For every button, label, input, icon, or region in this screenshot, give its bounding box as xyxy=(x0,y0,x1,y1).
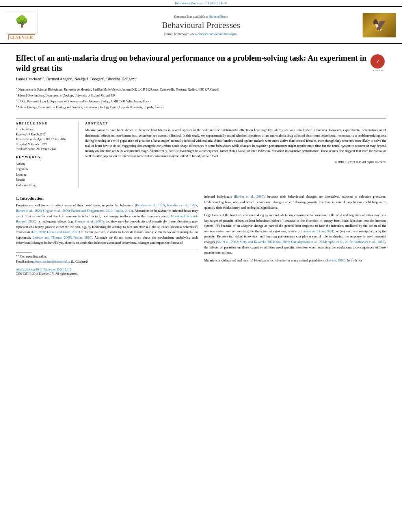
abstract-col: ABSTRACT Malaria parasites have been sho… xyxy=(85,122,386,188)
journal-title: Behavioural Processes xyxy=(43,20,359,30)
article-title: Effect of an anti-malaria drug on behavi… xyxy=(16,53,367,73)
copyright: © 2016 Elsevier B.V. All rights reserved… xyxy=(85,160,386,164)
email-link[interactable]: laure.cauchard@umontreal.ca xyxy=(35,260,71,263)
abstract-header: ABSTRACT xyxy=(85,122,386,125)
journal-center-info: Contents lists available at ScienceDirec… xyxy=(43,15,359,36)
article-info-abstract: ARTICLE INFO Article history: Received 1… xyxy=(16,118,386,188)
article-info-col: ARTICLE INFO Article history: Received 1… xyxy=(16,122,79,188)
keyword-activity: Activity xyxy=(16,161,74,167)
main-col-left: 1. Introduction Parasites are well known… xyxy=(16,194,198,277)
para-right-3: Malaria is a widespread and harmful bloo… xyxy=(204,258,386,263)
ref-levine[interactable]: Levine, 1988 xyxy=(327,258,344,262)
title-section: Effect of an anti-malaria drug on behavi… xyxy=(16,53,386,83)
affil-c: c CNRS, Université Lyon 1, Department of… xyxy=(16,98,386,104)
journal-citation: Behavioural Processes 133 (2016) 24–30 xyxy=(0,0,402,6)
history-header: Article history: xyxy=(16,128,74,132)
ref-kavaliers[interactable]: Kavaliers et al., 1995 xyxy=(167,203,197,207)
affil-d: d Animal Ecology, Department of Ecology … xyxy=(16,104,386,109)
contents-available: Contents lists available at ScienceDirec… xyxy=(43,15,359,19)
doi-link[interactable]: http://dx.doi.org/10.1016/j.beproc.2016.… xyxy=(16,268,71,271)
para-right-1: infected individuals (Barber et al., 200… xyxy=(204,194,386,210)
ref-cantal[interactable]: Cantalapiedra et al., 2014 xyxy=(291,240,326,244)
abstract-text: Malaria parasites have been shown to dec… xyxy=(85,128,386,159)
ref-barber-right[interactable]: Barber et al., 2000 xyxy=(235,195,263,198)
journal-cover-image xyxy=(363,13,396,37)
doi-line: http://dx.doi.org/10.1016/j.beproc.2016.… xyxy=(16,267,198,272)
ref-larson2001[interactable]: Larson and Dunn, 2001 xyxy=(47,230,79,234)
ref-larson-right[interactable]: Larson and Dunn, 2001 xyxy=(302,229,333,233)
author-cauchard: Laure Cauchard xyxy=(16,77,41,81)
ref-gegear[interactable]: Gegear et al., 2006 xyxy=(43,209,69,213)
ref-hermes[interactable]: Hermes et al., 2008 xyxy=(75,219,102,223)
author-boogert: Neeltje J. Boogert xyxy=(74,77,103,81)
crossmark-icon: ✓ xyxy=(370,54,385,69)
ref-sol2002[interactable]: Sol et al., 2002 xyxy=(217,240,238,244)
para1: Parasites are well known to affect many … xyxy=(16,203,198,246)
ref-kozlov[interactable]: Kozlovsky et al., 2015 xyxy=(354,240,384,244)
ref-sol2009[interactable]: Sol, 2009 xyxy=(276,240,289,244)
section1-title: 1. Introduction xyxy=(16,196,198,200)
footnote-email: E-mail address: laure.cauchard@umontreal… xyxy=(16,260,198,264)
homepage-link[interactable]: www.elsevier.com/locate/behavproc xyxy=(190,32,238,36)
affil-a: a Département de Sciences Biologiques, U… xyxy=(16,87,386,92)
ref-aplin[interactable]: Aplin et al., 2015 xyxy=(328,240,352,244)
footnote-corresponding: * * Corresponding author. xyxy=(16,254,198,259)
elsevier-logo: 🌳 ELSEVIER xyxy=(4,10,39,40)
main-col-right: infected individuals (Barber et al., 200… xyxy=(204,194,386,277)
keyword-learning: Learning xyxy=(16,172,74,178)
crossmark-badge[interactable]: ✓ CrossMark xyxy=(370,54,386,72)
available-date: Available online 29 October 2016 xyxy=(16,147,74,152)
ref-poulin2013[interactable]: Poulin, 2013 xyxy=(114,209,132,213)
accepted-date: Accepted 27 October 2016 xyxy=(16,143,74,147)
author-angers: Bernard Angers xyxy=(47,77,71,81)
ref-hart[interactable]: Hart, 1988 xyxy=(31,230,45,234)
keywords-header: Keywords: xyxy=(16,156,74,159)
keyword-parasite: Parasite xyxy=(16,177,74,183)
homepage-line: journal homepage: www.elsevier.com/locat… xyxy=(43,32,359,36)
main-content: 1. Introduction Parasites are well known… xyxy=(16,194,386,277)
author-doligez: Blandine Doligez xyxy=(106,77,134,81)
ref-kershaw[interactable]: Kershaw et al., 1959 xyxy=(136,203,165,207)
ref-moret[interactable]: Moret and Schmid-Hampel, 2000 xyxy=(16,214,198,224)
journal-image xyxy=(363,13,398,37)
ref-barber-dinge[interactable]: Barber and Dingemanse, 2010 xyxy=(71,209,112,213)
article-info-header: ARTICLE INFO xyxy=(16,122,74,125)
species-name: Parus major xyxy=(153,139,169,143)
ref-lefevre[interactable]: Lefèvre and Thomas, 2008 xyxy=(33,235,71,239)
journal-header: 🌳 ELSEVIER Contents lists available at S… xyxy=(0,6,402,44)
ref-mery[interactable]: Mery and Kawecki, 2004 xyxy=(240,240,274,244)
sciencedirect-link[interactable]: ScienceDirect xyxy=(209,15,228,19)
elsevier-label: ELSEVIER xyxy=(8,34,35,40)
keywords-list: Activity Cognition Learning Parasite Pro… xyxy=(16,161,74,188)
keyword-cognition: Cognition xyxy=(16,167,74,172)
ref-barber2000[interactable]: Barber et al., 2000 xyxy=(16,209,41,213)
keyword-problem-solving: Problem-solving xyxy=(16,183,74,188)
received-revised-date: Received in revised form 18 October 2016 xyxy=(16,137,74,142)
para-right-2: Cognition is at the heart of decision-ma… xyxy=(204,213,386,256)
authors-line: Laure Caucharda,*, Bernard Angersa, Neel… xyxy=(16,76,367,81)
affil-b: b Edward Grey Institute, Department of Z… xyxy=(16,93,386,98)
rights-line: 0376-6357/© 2016 Elsevier B.V. All right… xyxy=(16,272,198,276)
crossmark-label: CrossMark xyxy=(370,69,386,72)
footnote-area: * * Corresponding author. E-mail address… xyxy=(16,250,198,276)
received-date: Received 17 March 2016 xyxy=(16,133,74,137)
ref-poulin2010[interactable]: Poulin, 2010 xyxy=(73,235,91,239)
article-body: Effect of an anti-malaria drug on behavi… xyxy=(0,44,402,285)
affiliations: a Département de Sciences Biologiques, U… xyxy=(16,87,386,114)
